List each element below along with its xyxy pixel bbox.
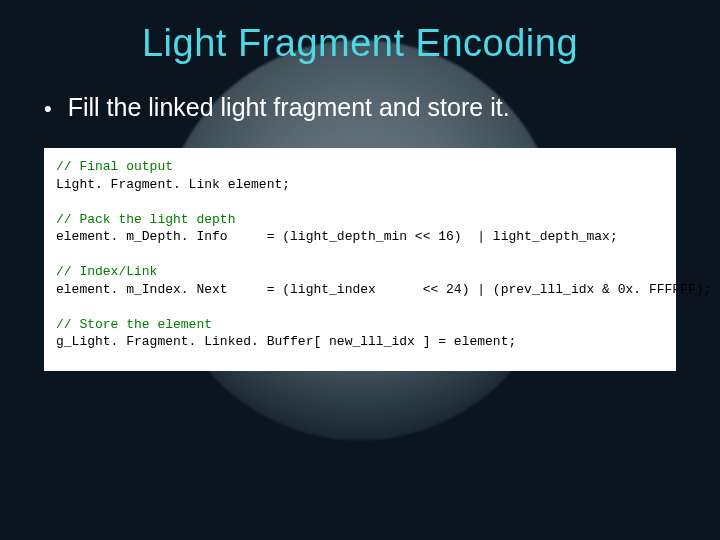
- code-comment: // Store the element: [56, 317, 212, 332]
- bullet-dot-icon: •: [44, 98, 52, 120]
- code-line: // Index/Link: [56, 263, 664, 281]
- code-line: Light. Fragment. Link element;: [56, 176, 664, 194]
- code-line: g_Light. Fragment. Linked. Buffer[ new_l…: [56, 333, 664, 351]
- bullet-item: • Fill the linked light fragment and sto…: [44, 93, 676, 122]
- bullet-text: Fill the linked light fragment and store…: [68, 93, 510, 122]
- code-line: // Store the element: [56, 316, 664, 334]
- code-line: // Pack the light depth: [56, 211, 664, 229]
- code-block: // Final output Light. Fragment. Link el…: [44, 148, 676, 371]
- code-blank: [56, 246, 664, 264]
- code-comment: // Final output: [56, 159, 173, 174]
- code-comment: // Index/Link: [56, 264, 157, 279]
- code-line: element. m_Depth. Info = (light_depth_mi…: [56, 228, 664, 246]
- code-line: // Final output: [56, 158, 664, 176]
- code-comment: // Pack the light depth: [56, 212, 235, 227]
- code-blank: [56, 193, 664, 211]
- slide-title: Light Fragment Encoding: [44, 22, 676, 65]
- code-blank: [56, 298, 664, 316]
- slide-content: Light Fragment Encoding • Fill the linke…: [0, 0, 720, 371]
- code-line: element. m_Index. Next = (light_index <<…: [56, 281, 664, 299]
